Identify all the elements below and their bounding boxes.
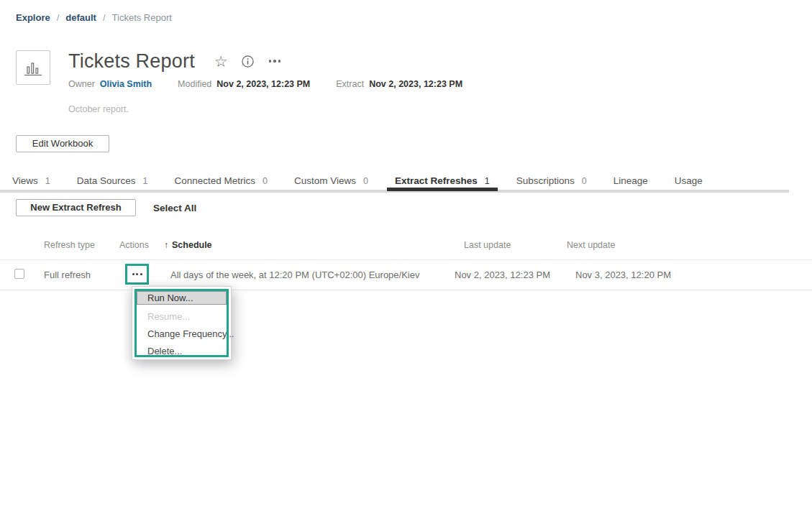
breadcrumb: Explore / default / Tickets Report bbox=[16, 12, 172, 23]
actions-context-menu: Run Now... Resume... Change Frequency...… bbox=[132, 286, 232, 360]
tab-data-sources[interactable]: Data Sources1 bbox=[77, 173, 148, 186]
column-header-last-update[interactable]: Last update bbox=[464, 240, 511, 250]
row-actions-ellipsis-button[interactable] bbox=[125, 264, 149, 285]
column-header-refresh-type[interactable]: Refresh type bbox=[44, 240, 95, 250]
cell-next-update: Nov 3, 2023, 12:20 PM bbox=[575, 269, 671, 280]
table-header-divider bbox=[0, 259, 812, 260]
breadcrumb-default-project[interactable]: default bbox=[65, 12, 96, 23]
tab-bar: Views1 Data Sources1 Connected Metrics0 … bbox=[0, 173, 812, 193]
breadcrumb-current-page: Tickets Report bbox=[112, 12, 172, 23]
workbook-description: October report. bbox=[68, 104, 129, 114]
table-row-divider bbox=[0, 290, 812, 290]
menu-item-resume: Resume... bbox=[132, 308, 231, 326]
extract-label: Extract bbox=[336, 79, 364, 89]
column-header-actions: Actions bbox=[119, 240, 149, 250]
breadcrumb-explore[interactable]: Explore bbox=[16, 12, 50, 23]
tab-extract-refreshes[interactable]: Extract Refreshes1 bbox=[395, 173, 490, 186]
more-actions-ellipsis-icon[interactable] bbox=[268, 55, 283, 67]
ellipsis-icon bbox=[132, 273, 142, 275]
owner-label: Owner bbox=[68, 79, 95, 89]
modified-label: Modified bbox=[178, 79, 211, 89]
menu-item-run-now[interactable]: Run Now... bbox=[137, 291, 227, 305]
new-extract-refresh-button[interactable]: New Extract Refresh bbox=[16, 199, 136, 216]
tab-custom-views[interactable]: Custom Views0 bbox=[294, 173, 368, 186]
extract-value: Nov 2, 2023, 12:23 PM bbox=[369, 79, 462, 89]
tab-connected-metrics-count: 0 bbox=[263, 176, 268, 186]
tab-usage[interactable]: Usage bbox=[675, 173, 703, 186]
modified-value: Nov 2, 2023, 12:23 PM bbox=[216, 79, 310, 89]
column-header-next-update[interactable]: Next update bbox=[567, 240, 615, 250]
select-all-button[interactable]: Select All bbox=[153, 203, 196, 213]
page-title: Tickets Report bbox=[68, 50, 195, 73]
cell-schedule: All days of the week, at 12:20 PM (UTC+0… bbox=[170, 269, 419, 280]
owner-link[interactable]: Olivia Smith bbox=[100, 79, 152, 89]
row-checkbox[interactable] bbox=[14, 269, 24, 279]
menu-item-change-frequency[interactable]: Change Frequency... bbox=[132, 326, 231, 343]
sort-arrow-up-icon: ↑ bbox=[164, 240, 168, 250]
tab-views[interactable]: Views1 bbox=[12, 173, 50, 186]
tab-extract-refreshes-count: 1 bbox=[485, 176, 490, 186]
breadcrumb-separator: / bbox=[103, 12, 106, 23]
tab-lineage[interactable]: Lineage bbox=[613, 173, 648, 186]
breadcrumb-separator: / bbox=[57, 12, 60, 23]
workbook-page: Explore / default / Tickets Report Ticke… bbox=[0, 0, 812, 516]
workbook-meta: Owner Olivia Smith Modified Nov 2, 2023,… bbox=[68, 79, 462, 89]
column-header-schedule[interactable]: ↑Schedule bbox=[164, 240, 212, 250]
cell-refresh-type: Full refresh bbox=[44, 269, 91, 280]
info-icon[interactable] bbox=[242, 55, 254, 68]
bar-chart-icon bbox=[22, 56, 45, 79]
menu-item-delete[interactable]: Delete... bbox=[132, 343, 231, 360]
tab-custom-views-count: 0 bbox=[363, 176, 368, 186]
tab-connected-metrics[interactable]: Connected Metrics0 bbox=[174, 173, 268, 186]
favorite-star-icon[interactable]: ☆ bbox=[214, 54, 228, 69]
tab-subscriptions[interactable]: Subscriptions0 bbox=[516, 173, 587, 186]
tab-data-sources-count: 1 bbox=[143, 176, 148, 186]
tab-views-count: 1 bbox=[45, 176, 50, 186]
edit-workbook-button[interactable]: Edit Workbook bbox=[16, 135, 109, 152]
cell-last-update: Nov 2, 2023, 12:23 PM bbox=[455, 269, 550, 280]
workbook-thumbnail bbox=[16, 50, 50, 85]
tab-subscriptions-count: 0 bbox=[582, 176, 587, 186]
title-row: Tickets Report ☆ bbox=[68, 47, 282, 75]
